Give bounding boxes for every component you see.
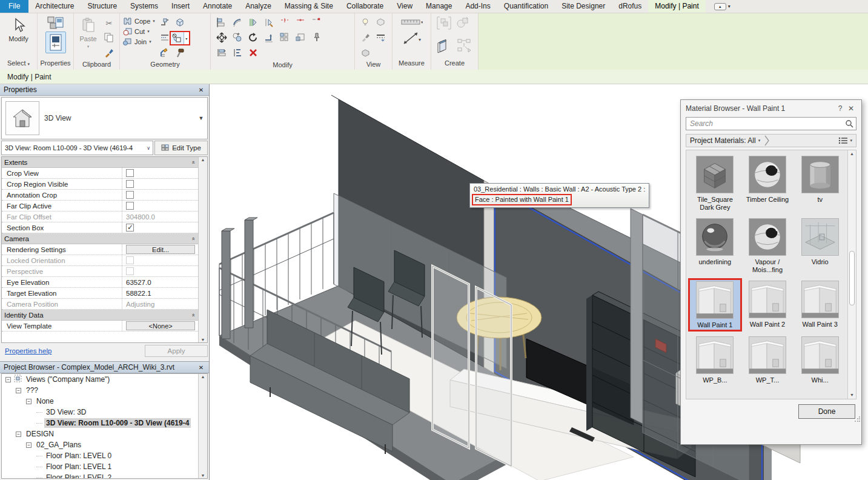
material-wall-paint-2[interactable]: Wall Paint 2 [741, 279, 794, 331]
scale-icon[interactable] [295, 32, 306, 45]
panel-create-footer[interactable]: Create [431, 59, 478, 70]
tree-expander-icon[interactable]: − [26, 442, 31, 448]
material-thumbnail[interactable] [749, 156, 786, 193]
split-icon[interactable] [279, 17, 290, 30]
ribbon-tab-systems[interactable]: Systems [124, 0, 165, 13]
lightbulb-icon[interactable] [361, 18, 370, 28]
property-row-crop-view[interactable]: Crop View [2, 168, 198, 179]
material-wall-paint-1[interactable]: Wall Paint 1 [689, 279, 741, 331]
properties-help-link[interactable]: Properties help [5, 347, 51, 355]
panel-measure-footer[interactable]: Measure [393, 59, 431, 70]
help-icon[interactable]: ? [835, 104, 846, 113]
property-row-camera-position[interactable]: Camera PositionAdjusting [2, 299, 198, 310]
tree-item-label[interactable]: Floor Plan: LEVEL 0 [44, 451, 113, 461]
solid-box-icon[interactable] [175, 18, 185, 29]
ribbon-tab-insert[interactable]: Insert [165, 0, 196, 13]
demolish-pencil-icon[interactable] [160, 48, 170, 59]
property-value[interactable] [122, 179, 198, 189]
paste-button[interactable]: Paste ▾ [77, 16, 99, 49]
drawing-area[interactable]: 03_Residential : Walls : Basic Wall : A2… [210, 84, 868, 480]
align-left-icon[interactable] [216, 47, 227, 60]
tree-item--[interactable]: −??? [2, 385, 198, 396]
scrollbar-thumb[interactable] [849, 251, 855, 305]
material-wp-t-[interactable]: WP_T... [741, 335, 794, 385]
panel-clipboard-footer[interactable]: Clipboard [74, 61, 119, 70]
tree-item-label[interactable]: ??? [24, 385, 40, 395]
property-value[interactable]: Edit... [122, 244, 198, 255]
glass-door[interactable] [432, 266, 469, 448]
beam-modify-icon[interactable] [160, 33, 170, 44]
properties-scrollbar[interactable]: ▲ ▼ [198, 157, 207, 342]
property-row-far-clip-offset[interactable]: Far Clip Offset304800.0 [2, 212, 198, 222]
create-group-icon[interactable] [436, 16, 452, 32]
ribbon-tab-site-designer[interactable]: Site Designer [555, 0, 612, 13]
material-timber-ceiling[interactable]: Timber Ceiling [741, 154, 794, 213]
railing-post[interactable] [222, 231, 230, 339]
join-button[interactable]: Join▾ [123, 38, 155, 46]
tree-scrollbar[interactable]: ▲ ▼ [198, 374, 207, 478]
tree-expander-icon[interactable]: − [16, 388, 21, 393]
properties-palette-header[interactable]: Properties ✕ [0, 84, 209, 96]
panel-geometry-footer[interactable]: Geometry [120, 61, 210, 70]
collapse-chevron-icon[interactable]: » [190, 237, 196, 240]
material-thumbnail[interactable] [801, 336, 839, 374]
modify-button[interactable]: Modify [4, 16, 34, 42]
collapse-chevron-icon[interactable]: » [190, 313, 196, 316]
property-row-far-clip-active[interactable]: Far Clip Active [2, 201, 198, 212]
material-thumbnail[interactable] [696, 336, 734, 374]
hidden-lines-icon[interactable] [376, 33, 385, 44]
split-gap-icon[interactable] [295, 17, 306, 30]
mirror-draw-icon[interactable] [263, 17, 274, 30]
property-value[interactable]: 63527.0 [122, 277, 198, 287]
pin-icon[interactable] [311, 32, 322, 45]
tree-expander-icon[interactable]: − [5, 377, 11, 382]
ribbon-tab-quantification[interactable]: Quantification [497, 0, 555, 13]
material-wp-b-[interactable]: WP_B... [689, 335, 741, 385]
array-icon[interactable] [279, 32, 290, 45]
tree-item-3d-view-room-l10-009-3d-view-4[interactable]: 3D View: Room L10-009 - 3D View (4619-4 [2, 418, 198, 428]
tree-item-floor-plan-level-2[interactable]: Floor Plan: LEVEL 2 [2, 472, 198, 479]
property-value[interactable] [122, 255, 198, 265]
ribbon-tab-view[interactable]: View [390, 0, 419, 13]
tree-item-label[interactable]: None [35, 396, 56, 406]
checkbox-unchecked[interactable] [126, 180, 134, 188]
property-row-view-template[interactable]: View Template<None> [2, 321, 198, 332]
tree-item-views-company-name-[interactable]: −Views ("Company Name") [2, 374, 198, 385]
material-underlining[interactable]: underlining [689, 216, 741, 275]
tree-item-label[interactable]: Floor Plan: LEVEL 1 [44, 462, 113, 472]
copy-to-clipboard-icon[interactable] [104, 33, 114, 44]
align-multi-icon[interactable] [232, 47, 243, 60]
demolish-hammer-icon[interactable] [175, 48, 185, 59]
material-thumbnail[interactable] [696, 218, 734, 256]
create-assembly-icon[interactable] [436, 38, 454, 56]
checkbox-unchecked[interactable] [126, 191, 134, 199]
tree-item-label[interactable]: 3D View: 3D [44, 407, 88, 417]
property-value[interactable] [122, 201, 198, 211]
close-icon[interactable]: ✕ [197, 364, 205, 371]
type-preview-box[interactable]: 3D View ▼ [1, 97, 208, 139]
tree-expander-icon[interactable]: − [26, 399, 31, 404]
panel-view-footer[interactable]: View [355, 61, 392, 70]
material-thumbnail[interactable] [801, 281, 839, 318]
property-value[interactable] [122, 222, 198, 233]
tree-item-floor-plan-level-1[interactable]: Floor Plan: LEVEL 1 [2, 461, 198, 472]
cut-to-clipboard-icon[interactable]: ✂ [106, 19, 113, 28]
chevron-down-icon[interactable]: ▼ [195, 115, 207, 121]
ruler-icon[interactable]: ▾ [401, 18, 423, 27]
material-search-input[interactable]: Search [686, 117, 856, 130]
tree-item-design[interactable]: −DESIGN [2, 428, 198, 439]
scroll-up-icon[interactable]: ▲ [201, 375, 205, 379]
create-similar-icon[interactable] [454, 16, 470, 32]
copy-icon[interactable] [232, 32, 243, 45]
value-button[interactable]: <None> [126, 321, 195, 330]
corner-trim-icon[interactable] [263, 32, 274, 45]
close-icon[interactable]: ✕ [197, 87, 205, 93]
material-thumbnail[interactable] [749, 336, 786, 374]
material-tv[interactable]: tv [793, 154, 846, 213]
checkbox-checked[interactable] [126, 224, 134, 232]
material-browser-titlebar[interactable]: Material Browser - Wall Paint 1 ? ✕ [681, 100, 861, 117]
material-filter-bar[interactable]: Project Materials: All ▾ ▾ [686, 134, 856, 147]
edit-type-button[interactable]: Edit Type [154, 141, 208, 155]
value-button[interactable]: Edit... [126, 245, 195, 254]
checkbox-unchecked[interactable] [126, 169, 134, 177]
